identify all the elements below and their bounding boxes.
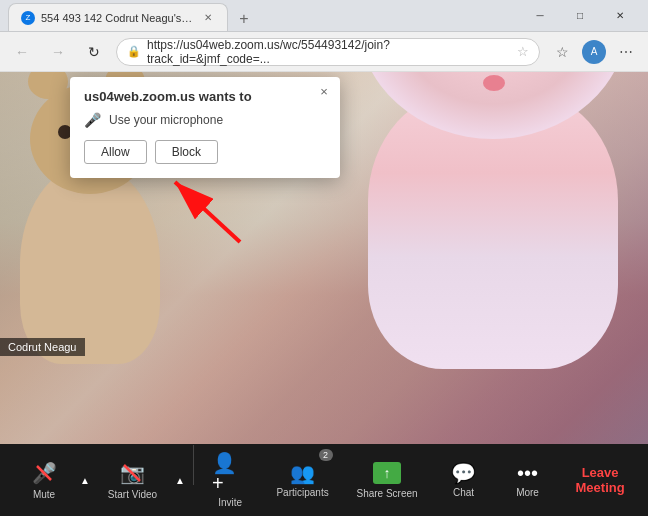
browser-toolbar-icons: ☆ A ⋯ xyxy=(548,38,640,66)
microphone-icon: 🎤 xyxy=(84,112,101,128)
extensions-icon[interactable]: ☆ xyxy=(548,38,576,66)
video-chevron[interactable]: ▲ xyxy=(171,445,189,516)
toolbar-right-group: Leave Meeting xyxy=(560,457,641,503)
more-icon: ••• xyxy=(517,463,538,483)
share-screen-icon: ↑ xyxy=(373,462,401,484)
svg-line-2 xyxy=(37,466,51,480)
bookmark-star-icon[interactable]: ☆ xyxy=(517,44,529,59)
address-bar: ← → ↻ 🔒 https://us04web.zoom.us/wc/55449… xyxy=(0,32,648,72)
tab-favicon: Z xyxy=(21,11,35,25)
close-button[interactable]: ✕ xyxy=(600,0,640,32)
participants-icon: 👥 xyxy=(290,463,315,483)
tab-title: 554 493 142 Codrut Neagu's Zo... xyxy=(41,12,195,24)
title-bar: Z 554 493 142 Codrut Neagu's Zo... ✕ + ─… xyxy=(0,0,648,32)
url-bar[interactable]: 🔒 https://us04web.zoom.us/wc/554493142/j… xyxy=(116,38,540,66)
svg-line-3 xyxy=(124,465,140,481)
participants-label: Participants xyxy=(276,487,328,498)
browser-menu-icon[interactable]: ⋯ xyxy=(612,38,640,66)
main-content: × us04web.zoom.us wants to 🎤 Use your mi… xyxy=(0,72,648,444)
permission-popup: × us04web.zoom.us wants to 🎤 Use your mi… xyxy=(70,77,340,178)
video-icon: 📷 xyxy=(120,461,145,485)
lock-icon: 🔒 xyxy=(127,45,141,58)
popup-close-button[interactable]: × xyxy=(316,83,332,99)
new-tab-button[interactable]: + xyxy=(232,7,256,31)
participant-label: Codrut Neagu xyxy=(0,338,85,356)
tab-area: Z 554 493 142 Codrut Neagu's Zo... ✕ + xyxy=(8,0,516,31)
chat-label: Chat xyxy=(453,487,474,498)
participants-button[interactable]: 👥 2 Participants xyxy=(263,445,343,516)
zoom-toolbar: 🎤 Mute ▲ 📷 Start Video ▲ xyxy=(0,444,648,516)
share-screen-button[interactable]: ↑ Share Screen xyxy=(343,445,432,516)
block-button[interactable]: Block xyxy=(155,140,218,164)
permission-text: Use your microphone xyxy=(109,113,223,127)
toolbar-left-group: 🎤 Mute ▲ 📷 Start Video ▲ xyxy=(12,445,560,516)
active-tab[interactable]: Z 554 493 142 Codrut Neagu's Zo... ✕ xyxy=(8,3,228,31)
mute-label: Mute xyxy=(33,489,55,500)
minimize-button[interactable]: ─ xyxy=(520,0,560,32)
mute-icon: 🎤 xyxy=(32,461,57,485)
popup-buttons: Allow Block xyxy=(84,140,326,164)
window-controls: ─ □ ✕ xyxy=(520,0,640,32)
url-text: https://us04web.zoom.us/wc/554493142/joi… xyxy=(147,38,511,66)
invite-button[interactable]: 👤+ Invite xyxy=(198,445,263,516)
mute-button[interactable]: 🎤 Mute xyxy=(12,445,76,516)
forward-button[interactable]: → xyxy=(44,38,72,66)
invite-icon: 👤+ xyxy=(212,453,249,493)
start-video-button[interactable]: 📷 Start Video xyxy=(94,445,171,516)
profile-avatar: A xyxy=(582,40,606,64)
back-button[interactable]: ← xyxy=(8,38,36,66)
cat-plush xyxy=(338,72,648,369)
participants-count: 2 xyxy=(319,449,333,461)
popup-header: us04web.zoom.us wants to xyxy=(84,89,326,104)
more-label: More xyxy=(516,487,539,498)
cat-nose xyxy=(483,75,505,91)
leave-meeting-button[interactable]: Leave Meeting xyxy=(560,457,641,503)
start-video-label: Start Video xyxy=(108,489,157,500)
invite-label: Invite xyxy=(218,497,242,508)
chat-icon: 💬 xyxy=(451,463,476,483)
more-button[interactable]: ••• More xyxy=(496,445,560,516)
refresh-button[interactable]: ↻ xyxy=(80,38,108,66)
bear-body xyxy=(20,164,160,364)
share-screen-label: Share Screen xyxy=(356,488,417,499)
tab-close-button[interactable]: ✕ xyxy=(201,11,215,25)
profile-icon[interactable]: A xyxy=(580,38,608,66)
allow-button[interactable]: Allow xyxy=(84,140,147,164)
mute-chevron[interactable]: ▲ xyxy=(76,445,94,516)
browser-window: Z 554 493 142 Codrut Neagu's Zo... ✕ + ─… xyxy=(0,0,648,516)
chat-button[interactable]: 💬 Chat xyxy=(432,445,496,516)
toolbar-separator-1 xyxy=(193,445,194,485)
maximize-button[interactable]: □ xyxy=(560,0,600,32)
popup-permission: 🎤 Use your microphone xyxy=(84,112,326,128)
